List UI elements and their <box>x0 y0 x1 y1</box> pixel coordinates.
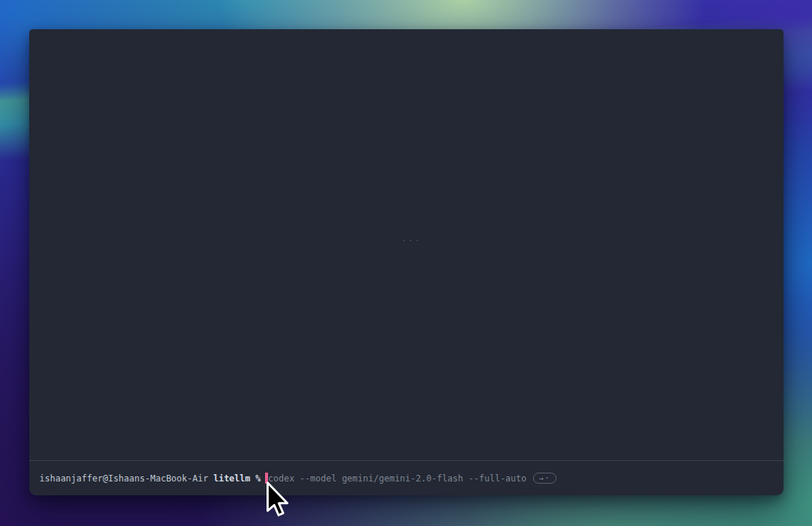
prompt-user-host: ishaanjaffer@Ishaans-MacBook-Air <box>39 473 208 484</box>
terminal-output-area: ··· <box>29 29 784 460</box>
desktop-wallpaper: ··· ishaanjaffer@Ishaans-MacBook-Airlite… <box>0 0 812 526</box>
command-text: codex --model gemini/gemini-2.0-flash --… <box>268 473 526 484</box>
loading-indicator: ··· <box>401 235 421 245</box>
shortcut-hint-badge: →· <box>533 473 556 484</box>
prompt-symbol: % <box>256 473 261 484</box>
prompt-directory: litellm <box>213 473 250 484</box>
terminal-window: ··· ishaanjaffer@Ishaans-MacBook-Airlite… <box>29 29 784 495</box>
terminal-input-line[interactable]: ishaanjaffer@Ishaans-MacBook-Airlitellm%… <box>29 460 784 495</box>
